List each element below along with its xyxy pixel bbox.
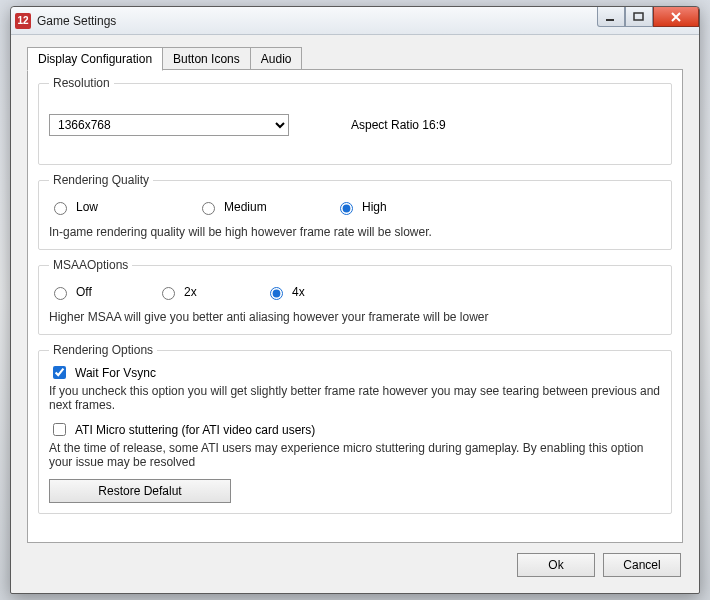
- radio-rq-high-label: High: [362, 200, 387, 214]
- window-title: Game Settings: [37, 14, 116, 28]
- cancel-button[interactable]: Cancel: [603, 553, 681, 577]
- group-rendering-quality: Rendering Quality Low Medium High In-gam…: [38, 173, 672, 250]
- radio-msaa-4x-label: 4x: [292, 285, 305, 299]
- radio-msaa-2x[interactable]: 2x: [157, 284, 237, 300]
- group-msaa: MSAAOptions Off 2x 4x Higher MSAA will g…: [38, 258, 672, 335]
- legend-rendering-quality: Rendering Quality: [49, 173, 153, 187]
- ok-button[interactable]: Ok: [517, 553, 595, 577]
- checkbox-ati[interactable]: ATI Micro stuttering (for ATI video card…: [49, 420, 661, 439]
- dialog-footer: Ok Cancel: [517, 553, 681, 577]
- tab-display-configuration[interactable]: Display Configuration: [27, 47, 163, 71]
- group-resolution: Resolution 1366x768 Aspect Ratio 16:9: [38, 76, 672, 165]
- hint-ati: At the time of release, some ATI users m…: [49, 441, 661, 469]
- radio-rq-low[interactable]: Low: [49, 199, 169, 215]
- app-icon: 12: [15, 13, 31, 29]
- legend-resolution: Resolution: [49, 76, 114, 90]
- window-controls: [597, 7, 699, 27]
- group-rendering-options: Rendering Options Wait For Vsync If you …: [38, 343, 672, 514]
- checkbox-ati-label: ATI Micro stuttering (for ATI video card…: [75, 423, 315, 437]
- checkbox-vsync-label: Wait For Vsync: [75, 366, 156, 380]
- restore-default-button[interactable]: Restore Defalut: [49, 479, 231, 503]
- legend-msaa: MSAAOptions: [49, 258, 132, 272]
- checkbox-vsync[interactable]: Wait For Vsync: [49, 363, 661, 382]
- svg-rect-0: [606, 19, 614, 21]
- titlebar[interactable]: 12 Game Settings: [11, 7, 699, 35]
- radio-msaa-2x-label: 2x: [184, 285, 197, 299]
- hint-rendering-quality: In-game rendering quality will be high h…: [49, 225, 661, 239]
- legend-rendering-options: Rendering Options: [49, 343, 157, 357]
- radio-msaa-off-label: Off: [76, 285, 92, 299]
- radio-msaa-off[interactable]: Off: [49, 284, 129, 300]
- maximize-button[interactable]: [625, 7, 653, 27]
- settings-window: 12 Game Settings Display Configuration B…: [10, 6, 700, 594]
- radio-rq-low-label: Low: [76, 200, 98, 214]
- aspect-ratio-label: Aspect Ratio 16:9: [351, 118, 446, 132]
- radio-rq-high[interactable]: High: [335, 199, 387, 215]
- client-area: Display Configuration Button Icons Audio…: [19, 41, 691, 585]
- hint-vsync: If you uncheck this option you will get …: [49, 384, 661, 412]
- radio-msaa-4x[interactable]: 4x: [265, 284, 305, 300]
- hint-msaa: Higher MSAA will give you better anti al…: [49, 310, 661, 324]
- resolution-select[interactable]: 1366x768: [49, 114, 289, 136]
- tab-panel-display: Resolution 1366x768 Aspect Ratio 16:9 Re…: [27, 69, 683, 543]
- tab-button-icons[interactable]: Button Icons: [162, 47, 251, 71]
- tab-audio[interactable]: Audio: [250, 47, 303, 71]
- tabstrip: Display Configuration Button Icons Audio: [27, 47, 301, 71]
- close-button[interactable]: [653, 7, 699, 27]
- minimize-button[interactable]: [597, 7, 625, 27]
- radio-rq-medium[interactable]: Medium: [197, 199, 307, 215]
- radio-rq-medium-label: Medium: [224, 200, 267, 214]
- svg-rect-1: [634, 13, 643, 20]
